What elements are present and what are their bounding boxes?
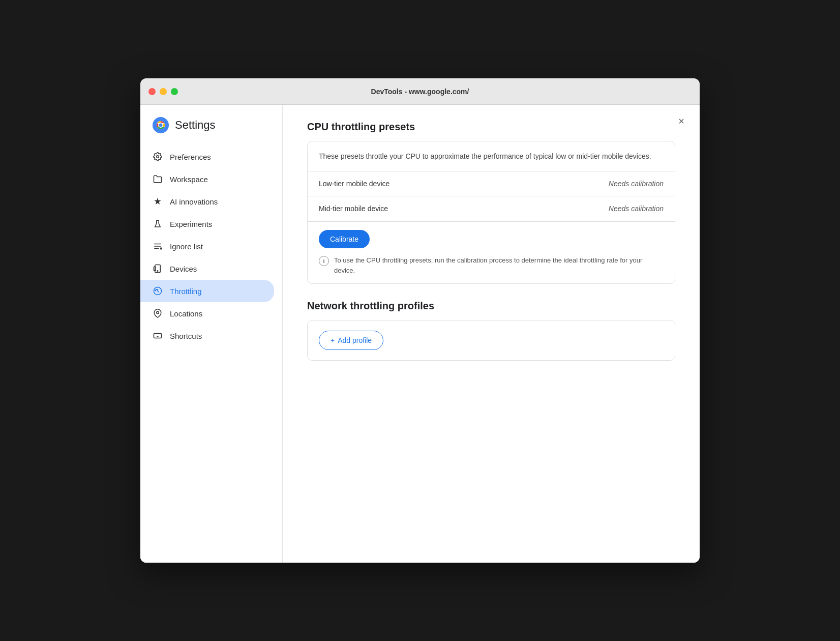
sidebar-header: Settings bbox=[140, 117, 282, 145]
window-title: DevTools - www.google.com/ bbox=[371, 88, 469, 96]
titlebar: DevTools - www.google.com/ bbox=[140, 78, 700, 105]
minimize-traffic-light[interactable] bbox=[160, 88, 167, 95]
mid-tier-row: Mid-tier mobile device Needs calibration bbox=[308, 196, 675, 221]
sidebar-item-label: Locations bbox=[170, 309, 202, 318]
sidebar-item-label: AI innovations bbox=[170, 197, 218, 206]
cpu-throttling-card: These presets throttle your CPU to appro… bbox=[307, 141, 675, 284]
maximize-traffic-light[interactable] bbox=[171, 88, 178, 95]
svg-point-14 bbox=[157, 311, 159, 314]
svg-point-3 bbox=[159, 124, 163, 127]
sidebar-title: Settings bbox=[175, 119, 216, 132]
throttle-icon bbox=[153, 286, 163, 296]
sidebar-item-ignore-list[interactable]: Ignore list bbox=[140, 235, 274, 257]
sidebar-item-shortcuts[interactable]: Shortcuts bbox=[140, 325, 274, 347]
pin-icon bbox=[153, 308, 163, 318]
sidebar-item-devices[interactable]: Devices bbox=[140, 257, 274, 280]
ignore-list-icon bbox=[153, 241, 163, 251]
main-panel: × CPU throttling presets These presets t… bbox=[283, 105, 700, 563]
svg-point-4 bbox=[157, 156, 159, 158]
sidebar-item-preferences[interactable]: Preferences bbox=[140, 145, 274, 168]
sidebar-item-label: Preferences bbox=[170, 153, 211, 161]
device-icon bbox=[153, 264, 163, 274]
sidebar-item-label: Devices bbox=[170, 265, 197, 273]
svg-point-12 bbox=[157, 271, 158, 272]
plus-icon: + bbox=[331, 336, 335, 344]
calibrate-info-text: To use the CPU throttling presets, run t… bbox=[334, 255, 664, 275]
calibrate-button[interactable]: Calibrate bbox=[319, 230, 370, 248]
low-tier-status: Needs calibration bbox=[609, 180, 664, 188]
chrome-logo-icon bbox=[153, 117, 169, 133]
low-tier-label: Low-tier mobile device bbox=[319, 180, 389, 188]
sidebar-item-label: Shortcuts bbox=[170, 332, 202, 340]
add-profile-button[interactable]: + Add profile bbox=[319, 331, 383, 350]
calibrate-section: Calibrate i To use the CPU throttling pr… bbox=[308, 221, 675, 283]
network-section-title: Network throttling profiles bbox=[307, 300, 675, 312]
sidebar-item-ai-innovations[interactable]: AI innovations bbox=[140, 190, 274, 213]
devtools-window: DevTools - www.google.com/ Settings bbox=[140, 78, 700, 563]
info-icon: i bbox=[319, 256, 329, 266]
sidebar-nav: Preferences Workspace bbox=[140, 145, 282, 347]
sidebar-item-label: Ignore list bbox=[170, 242, 203, 251]
mid-tier-status: Needs calibration bbox=[609, 205, 664, 213]
cpu-card-description: These presets throttle your CPU to appro… bbox=[308, 141, 675, 171]
content-area: Settings Preferences bbox=[140, 105, 700, 563]
sidebar: Settings Preferences bbox=[140, 105, 283, 563]
calibrate-info-row: i To use the CPU throttling presets, run… bbox=[319, 255, 664, 275]
close-traffic-light[interactable] bbox=[148, 88, 156, 95]
sparkle-icon bbox=[153, 196, 163, 207]
folder-icon bbox=[153, 174, 163, 184]
gear-icon bbox=[153, 152, 163, 162]
add-profile-label: Add profile bbox=[338, 336, 372, 344]
close-button[interactable]: × bbox=[673, 113, 689, 129]
cpu-section-title: CPU throttling presets bbox=[307, 121, 675, 133]
sidebar-item-throttling[interactable]: Throttling bbox=[140, 280, 274, 302]
network-throttling-card: + Add profile bbox=[307, 320, 675, 361]
sidebar-item-locations[interactable]: Locations bbox=[140, 302, 274, 325]
sidebar-item-workspace[interactable]: Workspace bbox=[140, 168, 274, 190]
svg-rect-15 bbox=[154, 334, 162, 338]
sidebar-item-label: Workspace bbox=[170, 175, 208, 184]
mid-tier-label: Mid-tier mobile device bbox=[319, 205, 388, 213]
low-tier-row: Low-tier mobile device Needs calibration bbox=[308, 171, 675, 196]
sidebar-item-experiments[interactable]: Experiments bbox=[140, 213, 274, 235]
flask-icon bbox=[153, 219, 163, 229]
sidebar-item-label: Throttling bbox=[170, 287, 202, 296]
traffic-lights bbox=[148, 88, 178, 95]
keyboard-icon bbox=[153, 331, 163, 341]
sidebar-item-label: Experiments bbox=[170, 220, 212, 228]
